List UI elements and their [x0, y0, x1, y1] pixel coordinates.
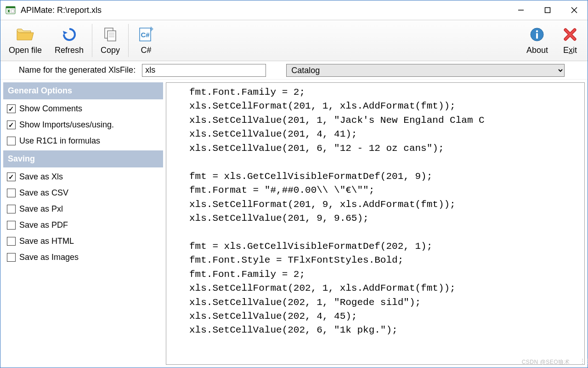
- saving-body: Save as Xls Save as CSV Save as Pxl Save…: [3, 167, 163, 267]
- save-as-pxl-checkbox[interactable]: Save as Pxl: [7, 204, 159, 214]
- checkbox-icon: [7, 121, 16, 129]
- checkbox-icon: [7, 189, 16, 197]
- svg-rect-8: [107, 31, 116, 41]
- titlebar: APIMate: R:\report.xls: [0, 0, 588, 20]
- refresh-label: Refresh: [55, 44, 84, 56]
- xlsfile-name-input[interactable]: [142, 64, 266, 77]
- copy-icon: [101, 25, 119, 44]
- app-icon: [5, 5, 16, 16]
- info-icon: [528, 25, 546, 44]
- close-button[interactable]: [561, 0, 588, 20]
- show-comments-checkbox[interactable]: Show Comments: [7, 104, 159, 114]
- refresh-icon: [60, 25, 79, 44]
- name-field-label: Name for the generated XlsFile:: [5, 65, 136, 75]
- toolbar-separator: [92, 24, 92, 57]
- checkbox-label: Save as Xls: [19, 172, 63, 182]
- svg-point-15: [536, 30, 538, 32]
- csharp-label: C#: [141, 44, 152, 56]
- main-area: General Options Show Comments Show Impor…: [0, 80, 588, 368]
- checkbox-icon: [7, 137, 16, 145]
- toolbar-separator: [128, 24, 129, 57]
- show-imports-checkbox[interactable]: Show Imports/uses/using.: [7, 120, 159, 130]
- code-area: fmt.Font.Family = 2; xls.SetCellFormat(2…: [166, 82, 585, 365]
- general-options-header: General Options: [3, 82, 163, 99]
- code-scroll[interactable]: fmt.Font.Family = 2; xls.SetCellFormat(2…: [166, 83, 584, 364]
- checkbox-label: Save as Pxl: [19, 204, 63, 214]
- language-csharp-button[interactable]: C# C#: [130, 20, 162, 61]
- checkbox-icon: [7, 205, 16, 213]
- checkbox-icon: [7, 172, 16, 181]
- checkbox-label: Save as CSV: [19, 188, 68, 198]
- checkbox-icon: [7, 253, 16, 262]
- use-r1c1-checkbox[interactable]: Use R1C1 in formulas: [7, 136, 159, 146]
- checkbox-icon: [7, 221, 16, 230]
- checkbox-label: Save as PDF: [19, 220, 68, 230]
- open-file-label: Open file: [9, 44, 42, 56]
- about-button[interactable]: About: [520, 20, 554, 61]
- svg-text:C#: C#: [141, 31, 150, 39]
- sidebar: General Options Show Comments Show Impor…: [3, 82, 163, 365]
- checkbox-label: Use R1C1 in formulas: [19, 136, 100, 146]
- saving-header: Saving: [3, 150, 163, 167]
- save-as-images-checkbox[interactable]: Save as Images: [7, 253, 159, 262]
- checkbox-label: Save as Images: [19, 253, 79, 262]
- checkbox-icon: [7, 237, 16, 246]
- exit-label: Exit: [563, 44, 577, 56]
- code-content[interactable]: fmt.Font.Family = 2; xls.SetCellFormat(2…: [166, 83, 584, 340]
- save-as-html-checkbox[interactable]: Save as HTML: [7, 236, 159, 246]
- minimize-button[interactable]: [508, 0, 534, 20]
- sheet-select[interactable]: Catalog: [286, 64, 565, 77]
- checkbox-label: Show Imports/uses/using.: [19, 120, 114, 130]
- maximize-button[interactable]: [534, 0, 561, 20]
- about-label: About: [526, 44, 548, 56]
- csharp-icon: C#: [137, 25, 155, 44]
- folder-open-icon: [15, 25, 35, 44]
- resize-grip[interactable]: ⋮⋮⋮: [580, 360, 587, 367]
- exit-button[interactable]: Exit: [554, 20, 586, 61]
- checkbox-label: Save as HTML: [19, 236, 74, 246]
- copy-label: Copy: [101, 44, 120, 56]
- name-field-row: Name for the generated XlsFile: Catalog: [0, 61, 588, 80]
- copy-button[interactable]: Copy: [94, 20, 126, 61]
- watermark: CSDN @SEO狼术: [522, 358, 570, 366]
- svg-rect-4: [545, 8, 550, 13]
- save-as-xls-checkbox[interactable]: Save as Xls: [7, 172, 159, 182]
- svg-rect-1: [6, 6, 15, 8]
- window-title: APIMate: R:\report.xls: [21, 6, 508, 15]
- svg-rect-16: [536, 33, 538, 39]
- checkbox-label: Show Comments: [19, 104, 82, 114]
- close-x-icon: [561, 25, 579, 44]
- save-as-csv-checkbox[interactable]: Save as CSV: [7, 188, 159, 198]
- refresh-button[interactable]: Refresh: [48, 20, 90, 61]
- general-options-body: Show Comments Show Imports/uses/using. U…: [3, 99, 163, 150]
- toolbar: Open file Refresh Copy C#: [0, 20, 588, 61]
- save-as-pdf-checkbox[interactable]: Save as PDF: [7, 220, 159, 230]
- checkbox-icon: [7, 104, 16, 113]
- open-file-button[interactable]: Open file: [2, 20, 48, 61]
